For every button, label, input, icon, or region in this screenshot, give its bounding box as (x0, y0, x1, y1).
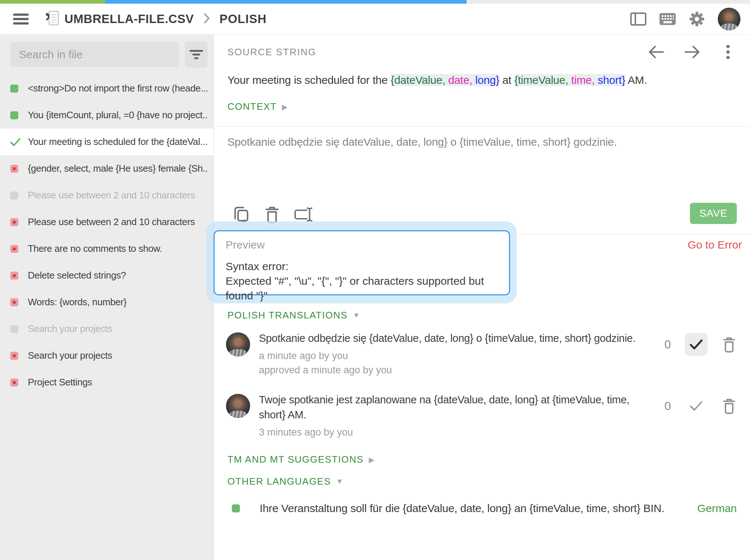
translator-avatar (226, 394, 250, 418)
editor-main-panel: SOURCE STRING Your meeting is scheduled … (214, 34, 750, 560)
breadcrumb-language[interactable]: POLISH (219, 12, 267, 26)
more-options-kebab-icon[interactable] (719, 44, 737, 60)
user-avatar[interactable] (718, 8, 740, 30)
translation-textarea[interactable]: Spotkanie odbędzie się dateValue, date, … (227, 134, 728, 200)
icu-placeholder-segment: date, (445, 74, 472, 86)
source-text-segment: AM. (625, 74, 647, 86)
search-input[interactable] (10, 42, 179, 67)
string-navigation (647, 44, 737, 60)
sidebar-item-label: Words: {words, number} (28, 296, 127, 308)
settings-gear-icon[interactable] (688, 11, 705, 27)
other-language-row[interactable]: Ihre Veranstaltung soll für die {dateVal… (232, 502, 737, 515)
icu-placeholder-segment: long} (472, 74, 500, 86)
approve-translation-button[interactable] (685, 333, 708, 356)
sidebar-item-label: {gender, select, male {He uses} female {… (28, 163, 208, 174)
sidebar-string-item[interactable]: You {itemCount, plural, =0 {have no proj… (0, 102, 214, 128)
untranslated-status-icon (10, 191, 18, 199)
sidebar-string-item[interactable]: <strong>Do not import the first row (hea… (0, 75, 214, 102)
sidebar-string-item[interactable]: Please use between 2 and 10 characters (0, 209, 214, 235)
expand-right-icon: ▶ (282, 102, 288, 111)
menu-icon[interactable] (13, 14, 29, 25)
sidebar-string-item[interactable]: {gender, select, male {He uses} female {… (0, 155, 214, 182)
error-status-icon (10, 218, 18, 226)
source-text-segment: at (500, 74, 515, 86)
syntax-error-line: Syntax error: (226, 259, 498, 274)
sidebar-item-label: Search your projects (28, 350, 112, 361)
translation-row: Twoje spotkanie jest zaplanowane na {dat… (226, 392, 737, 438)
vote-count: 0 (664, 338, 671, 351)
polish-translations-label: POLISH TRANSLATIONS (227, 310, 348, 321)
progress-segment-remaining (467, 0, 750, 4)
sidebar-item-label: Please use between 2 and 10 characters (28, 216, 195, 228)
icu-placeholder-segment: {timeValue, (514, 74, 568, 86)
translation-text: Spotkanie odbędzie się {dateValue, date,… (259, 331, 651, 346)
sidebar-item-label: Please use between 2 and 10 characters (28, 190, 195, 201)
csv-file-icon (45, 10, 59, 28)
breadcrumb-file-name[interactable]: UMBRELLA-FILE.CSV (64, 12, 194, 26)
delete-translation-icon[interactable] (721, 336, 737, 353)
side-by-side-view-icon[interactable] (630, 11, 647, 27)
filter-button[interactable] (185, 41, 208, 68)
preview-title: Preview (226, 239, 498, 251)
previous-string-icon[interactable] (647, 44, 665, 60)
sidebar-item-label: Project Settings (28, 377, 92, 388)
sidebar-string-item[interactable]: Project Settings (0, 369, 214, 396)
sidebar-item-label: There are no comments to show. (28, 243, 162, 254)
file-progress-bar (0, 0, 750, 4)
sidebar-string-item[interactable]: There are no comments to show. (0, 235, 214, 262)
delete-translation-icon[interactable] (721, 397, 737, 415)
other-languages-toggle[interactable]: OTHER LANGUAGES ▼ (227, 476, 344, 487)
collapse-down-icon: ▼ (336, 477, 344, 486)
expand-right-icon: ▶ (369, 455, 375, 464)
polish-translations-toggle[interactable]: POLISH TRANSLATIONS ▼ (227, 310, 360, 321)
approved-status-icon (10, 138, 18, 146)
sidebar-item-label: You {itemCount, plural, =0 {have no proj… (28, 109, 208, 121)
translation-timestamp: 3 minutes ago by you (259, 427, 651, 438)
approve-translation-button[interactable] (685, 395, 708, 417)
error-status-icon (10, 352, 18, 360)
tm-suggestions-label: TM AND MT SUGGESTIONS (227, 454, 364, 465)
progress-segment-approved (0, 0, 105, 4)
preview-popup: Preview Syntax error: Expected "#", "\u"… (206, 221, 517, 303)
sidebar-search-row (10, 41, 208, 68)
sidebar-string-item[interactable]: Words: {words, number} (0, 289, 214, 316)
translated-status-icon (10, 85, 18, 93)
source-string-text: Your meeting is scheduled for the {dateV… (227, 72, 735, 89)
sidebar-string-item[interactable]: Please use between 2 and 10 characters (0, 182, 214, 209)
translation-approved-timestamp: approved a minute ago by you (259, 365, 651, 376)
collapse-down-icon: ▼ (353, 311, 360, 320)
save-button[interactable]: SAVE (690, 203, 737, 224)
source-text-segment: Your meeting is scheduled for the (227, 74, 391, 86)
other-languages-label: OTHER LANGUAGES (227, 476, 331, 487)
translation-controls: 0 (664, 331, 737, 356)
sidebar-string-item[interactable]: Delete selected strings? (0, 262, 214, 289)
preview-box: Preview Syntax error: Expected "#", "\u"… (214, 230, 510, 295)
sidebar-string-item[interactable]: Search your projects (0, 342, 214, 369)
sidebar-item-label: Your meeting is scheduled for the {dateV… (28, 136, 208, 148)
translation-body: Spotkanie odbędzie się {dateValue, date,… (259, 331, 651, 376)
source-string-label: SOURCE STRING (227, 46, 316, 58)
error-status-icon (10, 298, 18, 306)
icu-placeholder-segment: time, (568, 74, 595, 86)
breadcrumb: UMBRELLA-FILE.CSV POLISH (29, 10, 267, 28)
sidebar-string-item[interactable]: Your meeting is scheduled for the {dateV… (0, 128, 214, 155)
error-status-icon (10, 245, 18, 253)
next-string-icon[interactable] (683, 44, 701, 60)
sidebar-item-label: <strong>Do not import the first row (hea… (28, 83, 208, 94)
top-bar-actions (630, 8, 750, 30)
error-status-icon (10, 165, 18, 173)
context-toggle[interactable]: CONTEXT ▶ (227, 101, 288, 112)
keyboard-shortcuts-icon[interactable] (659, 11, 676, 27)
sidebar-item-label: Delete selected strings? (28, 270, 126, 281)
other-language-name[interactable]: German (697, 502, 737, 515)
translator-avatar (226, 332, 250, 356)
syntax-error-detail: Expected "#", "\u", "{", "}" or characte… (226, 274, 498, 303)
sidebar-string-item[interactable]: Search your projects (0, 316, 214, 342)
tm-suggestions-toggle[interactable]: TM AND MT SUGGESTIONS ▶ (227, 454, 375, 465)
translated-status-icon (10, 111, 18, 119)
sidebar-item-label: Search your projects (28, 323, 112, 335)
go-to-error-link[interactable]: Go to Error (688, 239, 742, 251)
progress-segment-translated (105, 0, 467, 4)
translated-status-icon (232, 504, 240, 512)
string-list: <strong>Do not import the first row (hea… (0, 75, 214, 396)
